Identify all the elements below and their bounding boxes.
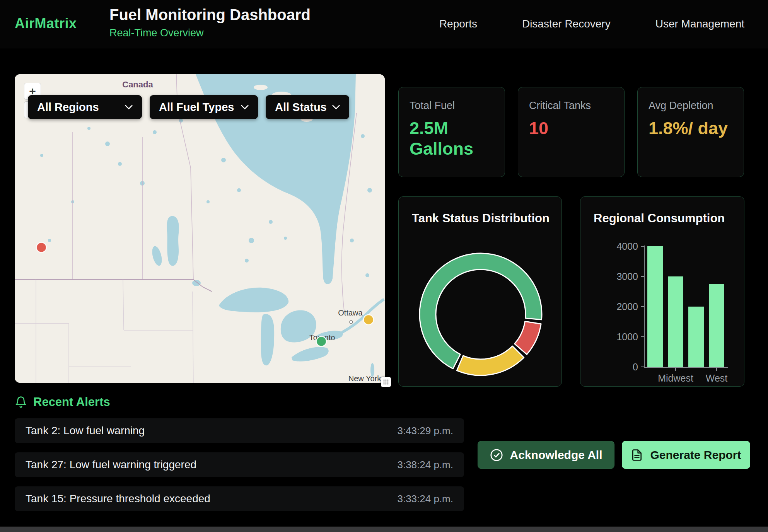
tank-status-distribution-card: Tank Status Distribution: [398, 196, 562, 387]
bar-chart-ytick: 1000: [616, 331, 638, 342]
region-filter-dropdown[interactable]: All Regions: [28, 95, 142, 119]
check-circle-icon: [490, 448, 503, 462]
map-label-new-york: New York: [348, 374, 381, 383]
chevron-down-icon: [241, 105, 249, 110]
acknowledge-all-button[interactable]: Acknowledge All: [478, 441, 614, 469]
bar-region-2: [688, 307, 704, 367]
chevron-down-icon: [332, 105, 340, 110]
title-block: Fuel Monitoring Dashboard Real-Time Over…: [109, 6, 311, 39]
fuel-map[interactable]: Canada Ottawa Toronto New York + − All R…: [15, 74, 385, 383]
map-lake: [192, 280, 201, 286]
map-town-dot: [350, 321, 353, 324]
alert-row[interactable]: Tank 27: Low fuel warning triggered 3:38…: [15, 452, 464, 477]
bar-chart-ytick: 0: [633, 361, 638, 372]
page-subtitle: Real-Time Overview: [109, 27, 311, 39]
region-filter-value: All Regions: [37, 101, 99, 114]
fuel-type-filter-dropdown[interactable]: All Fuel Types: [150, 95, 258, 119]
alert-message: Tank 27: Low fuel warning triggered: [26, 459, 196, 471]
main-nav: Reports Disaster Recovery User Managemen…: [439, 0, 744, 48]
bar-region-3: [709, 284, 724, 367]
donut-segment-critical: [515, 321, 541, 355]
generate-report-button[interactable]: Generate Report: [622, 441, 750, 469]
grip-dots-icon: [383, 379, 389, 385]
donut-segment-warning: [457, 346, 524, 375]
regional-consumption-card: Regional Consumption 01000200030004000Mi…: [580, 196, 744, 387]
map-label-ottawa: Ottawa: [338, 309, 363, 317]
nav-item-user-management[interactable]: User Management: [655, 18, 744, 30]
stat-label: Total Fuel: [410, 100, 494, 112]
stat-label: Avg Depletion: [649, 100, 733, 112]
chevron-down-icon: [125, 105, 133, 110]
tank-marker-critical[interactable]: [36, 242, 46, 252]
regional-consumption-bar-chart: 01000200030004000MidwestWest: [580, 197, 745, 387]
stat-label: Critical Tanks: [529, 100, 613, 112]
acknowledge-all-label: Acknowledge All: [510, 448, 602, 462]
bar-region-0: [647, 246, 663, 367]
alerts-header: Recent Alerts: [15, 395, 110, 409]
chart-title: Tank Status Distribution: [412, 211, 550, 225]
alert-timestamp: 3:33:24 p.m.: [397, 493, 453, 505]
fuel-type-filter-value: All Fuel Types: [159, 101, 234, 114]
stat-card-total-fuel: Total Fuel 2.5M Gallons: [398, 87, 505, 177]
bar-chart-ytick: 4000: [616, 241, 638, 252]
stat-card-critical-tanks: Critical Tanks 10: [518, 87, 625, 177]
bar-chart-xtick: Midwest: [658, 373, 693, 384]
stat-value: 1.8%/ day: [649, 118, 733, 138]
alert-timestamp: 3:43:29 p.m.: [397, 425, 453, 437]
status-filter-value: All Status: [275, 101, 327, 114]
horizontal-scrollbar[interactable]: [0, 527, 768, 532]
map-canvas: Canada Ottawa Toronto New York: [15, 74, 385, 383]
map-lake-winnipeg: [167, 216, 179, 266]
bar-chart-ytick: 2000: [616, 301, 638, 312]
map-resize-grip[interactable]: [381, 377, 391, 387]
alert-row[interactable]: Tank 2: Low fuel warning 3:43:29 p.m.: [15, 418, 464, 443]
stat-value: 10: [529, 118, 613, 138]
map-label-canada: Canada: [122, 80, 153, 89]
tank-marker-warning[interactable]: [364, 315, 374, 325]
report-document-icon: [631, 449, 643, 461]
alert-message: Tank 15: Pressure threshold exceeded: [26, 493, 210, 505]
bar-region-1: [668, 276, 683, 367]
alerts-title: Recent Alerts: [33, 395, 110, 409]
bar-chart-ytick: 3000: [616, 271, 638, 282]
nav-item-disaster-recovery[interactable]: Disaster Recovery: [522, 18, 611, 30]
map-filter-row: All Regions All Fuel Types All Status: [28, 95, 349, 119]
alert-timestamp: 3:38:24 p.m.: [397, 459, 453, 471]
bar-chart-xtick: West: [706, 373, 728, 384]
map-island: [254, 85, 268, 90]
generate-report-label: Generate Report: [650, 448, 741, 462]
stat-value: 2.5M Gallons: [410, 118, 494, 159]
app-logo: AirMatrix: [15, 15, 77, 32]
bell-icon: [15, 396, 27, 408]
alert-message: Tank 2: Low fuel warning: [26, 425, 145, 437]
status-filter-dropdown[interactable]: All Status: [266, 95, 349, 119]
tank-marker-normal[interactable]: [316, 336, 326, 346]
app-header: AirMatrix Fuel Monitoring Dashboard Real…: [0, 0, 768, 48]
tank-status-donut-chart: [415, 249, 546, 380]
nav-item-reports[interactable]: Reports: [439, 18, 477, 30]
page-title: Fuel Monitoring Dashboard: [109, 6, 311, 24]
stat-card-avg-depletion: Avg Depletion 1.8%/ day: [637, 87, 744, 177]
alert-row[interactable]: Tank 15: Pressure threshold exceeded 3:3…: [15, 486, 464, 511]
